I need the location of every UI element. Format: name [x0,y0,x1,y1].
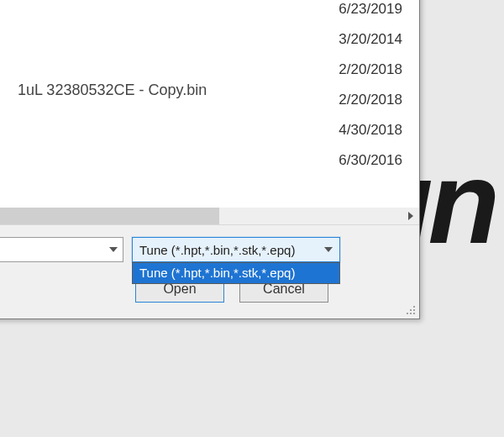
svg-point-2 [413,309,415,311]
file-date: 4/30/2018 [339,115,402,145]
scroll-right-button[interactable] [402,208,419,224]
overflow-filename: 1uL 32380532CE - Copy.bin [18,82,207,99]
file-type-filter-combobox[interactable]: Tune (*.hpt,*.bin,*.stk,*.epq) [132,237,340,262]
svg-point-1 [410,309,412,311]
file-type-filter-selected: Tune (*.hpt,*.bin,*.stk,*.epq) [139,243,295,257]
dialog-bottom-controls: Tune (*.hpt,*.bin,*.stk,*.epq) Tune (*.h… [0,224,419,319]
chevron-down-icon [109,247,118,252]
file-date: 2/20/2018 [339,85,402,115]
svg-point-5 [413,313,415,314]
file-open-dialog: 6/23/2019 3/20/2014 2/20/2018 2/20/2018 … [0,0,420,319]
filter-option[interactable]: Tune (*.hpt,*.bin,*.stk,*.epq) [133,263,339,283]
file-date: 3/20/2014 [339,24,402,55]
horizontal-scrollbar[interactable] [0,208,419,224]
svg-point-4 [410,313,412,314]
svg-point-0 [413,306,415,308]
svg-point-3 [407,313,408,314]
file-type-filter-dropdown[interactable]: Tune (*.hpt,*.bin,*.stk,*.epq) [132,262,340,284]
file-date: 2/20/2018 [339,55,402,85]
scrollbar-thumb[interactable] [0,208,219,224]
resize-grip[interactable] [404,303,417,317]
filename-combobox[interactable] [0,237,123,262]
chevron-right-icon [408,212,413,220]
viewport: un 6/23/2019 3/20/2014 2/20/2018 2/20/20… [0,0,504,437]
date-modified-column: 6/23/2019 3/20/2014 2/20/2018 2/20/2018 … [339,0,402,176]
file-list-pane[interactable]: 6/23/2019 3/20/2014 2/20/2018 2/20/2018 … [0,0,419,213]
resize-grip-icon [404,303,417,317]
file-date: 6/23/2019 [339,0,402,24]
chevron-down-icon [324,247,333,252]
file-date: 6/30/2016 [339,145,402,176]
